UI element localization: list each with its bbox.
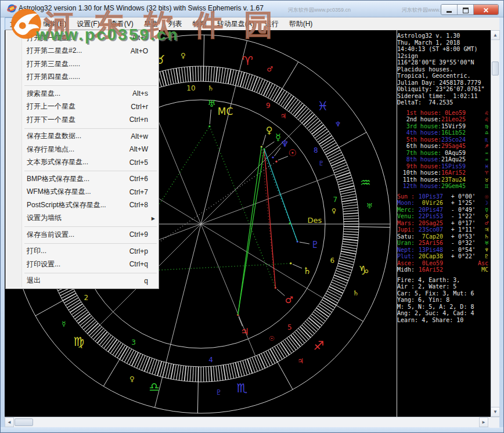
file-menu-item-4[interactable]: 打开第四星盘...... bbox=[6, 71, 159, 84]
menu-item-label: 打开第二星盘#2... bbox=[27, 46, 82, 56]
planet-pointer-line bbox=[239, 317, 243, 326]
zodiac-sign-glyph: ♓ bbox=[318, 99, 329, 113]
house-row: 7th house: 0Aqu59♒ bbox=[397, 150, 491, 157]
planet-glyph-nept: ♆ bbox=[280, 138, 289, 149]
scroll-left-button[interactable]: ◄ bbox=[5, 417, 14, 427]
horizontal-scrollbar[interactable]: ◄ ► bbox=[5, 417, 499, 427]
watermark-url-text: www.pc0359.cn bbox=[36, 26, 179, 44]
file-menu-item-6[interactable]: 搜索星盘...Alt+s bbox=[6, 87, 159, 100]
planet-row: Nept:13Pis48- 0°54'♆ bbox=[397, 247, 491, 254]
degree-tick bbox=[330, 157, 344, 164]
file-menu-item-21[interactable]: 打印...Ctrl+p bbox=[6, 245, 159, 258]
menu-item-label: 打开第四星盘...... bbox=[27, 72, 80, 82]
zodiac-sign-glyph: ♐ bbox=[313, 339, 324, 353]
chart-info-panel: Astrolog32 v. 1.30Thu, March 1, 201814:4… bbox=[397, 33, 491, 323]
stats-line: Fire: 4, Earth: 3, bbox=[397, 277, 491, 284]
file-menu-item-8[interactable]: 打开下一个星盘Ctrl+n bbox=[6, 113, 159, 127]
file-menu-item-17[interactable]: 设置为墙纸▶ bbox=[6, 212, 159, 225]
degree-tick bbox=[218, 67, 220, 82]
stats-line: Yang: 6, Yin: 8 bbox=[397, 297, 491, 304]
degree-tick bbox=[129, 351, 136, 365]
file-menu-item-3[interactable]: 打开第三星盘...... bbox=[6, 57, 159, 71]
decoration-glyph: ♀ bbox=[332, 207, 336, 215]
maximize-button[interactable] bbox=[458, 5, 474, 15]
scroll-down-button[interactable]: ▼ bbox=[491, 407, 500, 417]
minimize-button[interactable] bbox=[441, 5, 458, 15]
planet-pointer-line bbox=[293, 264, 302, 268]
horizontal-scroll-thumb[interactable] bbox=[15, 418, 33, 426]
degree-tick bbox=[344, 232, 359, 232]
zodiac-sign-glyph: ♍ bbox=[74, 335, 85, 349]
degree-tick bbox=[150, 359, 154, 374]
degree-tick bbox=[218, 366, 220, 381]
degree-tick bbox=[195, 66, 196, 81]
degree-tick bbox=[206, 367, 207, 382]
file-menu-item-7[interactable]: 打开上一个星盘Ctrl+r bbox=[6, 100, 159, 114]
degree-tick bbox=[224, 365, 226, 380]
degree-tick bbox=[250, 358, 255, 372]
degree-tick bbox=[221, 68, 223, 83]
file-menu-item-2[interactable]: 打开第二星盘#2...Alt+O bbox=[6, 45, 159, 58]
zodiac-sign-glyph: ♒ bbox=[360, 176, 371, 190]
degree-tick bbox=[344, 216, 359, 217]
planet-pointer-line bbox=[300, 242, 309, 244]
planet-row: Satu: 7Cap20+ 0°53'♄ bbox=[397, 233, 491, 240]
degree-tick bbox=[187, 67, 188, 82]
file-menu-item-12[interactable]: 文本形式保存星盘...Ctrl+5 bbox=[6, 156, 159, 169]
degree-tick bbox=[328, 289, 341, 296]
degree-tick bbox=[266, 84, 273, 97]
sign-ruler-glyph: ♂ bbox=[267, 65, 273, 73]
file-menu-item-11[interactable]: 保存行星地点...Alt+W bbox=[6, 143, 159, 156]
sign-cusp-line bbox=[282, 62, 298, 89]
degree-tick bbox=[254, 78, 260, 92]
sign-cusp-line bbox=[336, 305, 363, 322]
file-menu-item-16[interactable]: PostScript格式保存星盘...Ctrl+8 bbox=[6, 199, 159, 212]
file-menu-item-10[interactable]: 保存主星盘数据...Alt+w bbox=[6, 130, 159, 143]
degree-tick bbox=[261, 81, 268, 95]
menu-item-shortcut: Ctrl+6 bbox=[129, 175, 154, 183]
planet-row: Mars:20Sag25+ 0°17'♂ bbox=[397, 220, 491, 227]
scroll-right-button[interactable]: ► bbox=[479, 417, 488, 427]
close-button[interactable]: ✕ bbox=[474, 5, 498, 15]
file-menu-item-15[interactable]: WFM格式保存星盘...Ctrl+7 bbox=[6, 186, 159, 199]
resize-grip[interactable] bbox=[489, 417, 499, 428]
planet-position-dot bbox=[272, 156, 273, 158]
menu-item-label: PostScript格式保存星盘... bbox=[27, 200, 106, 210]
info-line: Astrolog32 v. 1.30 bbox=[397, 33, 491, 39]
degree-tick bbox=[190, 67, 191, 82]
degree-tick bbox=[60, 289, 74, 296]
degree-tick bbox=[343, 202, 358, 204]
degree-tick bbox=[332, 280, 346, 286]
vertical-scrollbar[interactable]: ▲ ▼ bbox=[491, 30, 499, 417]
file-menu-item-24[interactable]: 退出q bbox=[6, 275, 159, 288]
degree-tick bbox=[336, 172, 351, 177]
degree-tick bbox=[343, 234, 358, 235]
degree-tick bbox=[268, 85, 275, 98]
zodiac-sign-glyph: ♎ bbox=[149, 380, 160, 394]
degree-tick bbox=[196, 367, 196, 382]
window-border-left bbox=[0, 17, 5, 427]
app-window: Astrolog32 version 1.30 for MS Windows (… bbox=[0, 0, 504, 433]
scroll-up-button[interactable]: ▲ bbox=[491, 30, 500, 40]
file-menu-item-14[interactable]: BMP格式保存星盘...Ctrl+6 bbox=[6, 172, 159, 186]
degree-tick bbox=[185, 366, 186, 381]
house-row: 8th house:21Aqu25♒ bbox=[397, 156, 491, 163]
degree-tick bbox=[342, 246, 357, 248]
planet-row: Jupi:23Sco07+ 1°11'♃ bbox=[397, 226, 491, 233]
degree-tick bbox=[176, 68, 178, 83]
planet-position-dot bbox=[290, 262, 291, 264]
file-menu-dropdown: 打开第一星盘...Alt+o打开第二星盘#2...Alt+O打开第三星盘....… bbox=[5, 30, 159, 289]
degree-tick bbox=[245, 360, 250, 374]
window-border-right bbox=[499, 17, 504, 427]
degree-tick bbox=[264, 82, 270, 95]
file-menu-item-22[interactable]: 打印设置...Ctrl+q bbox=[6, 258, 159, 271]
menu-item-label: 保存主星盘数据... bbox=[27, 131, 81, 141]
info-line: Obliquity: 23°26'07.0761" bbox=[397, 86, 491, 93]
degree-tick bbox=[257, 79, 262, 93]
house-row: 9th house:15Pis59♓ bbox=[397, 163, 491, 170]
vertical-scroll-thumb[interactable] bbox=[492, 62, 499, 75]
aspect-line bbox=[264, 149, 275, 288]
degree-tick bbox=[341, 197, 357, 200]
file-menu-item-19[interactable]: 保存当前设置...Ctrl+9 bbox=[6, 228, 159, 241]
degree-tick bbox=[342, 199, 357, 201]
